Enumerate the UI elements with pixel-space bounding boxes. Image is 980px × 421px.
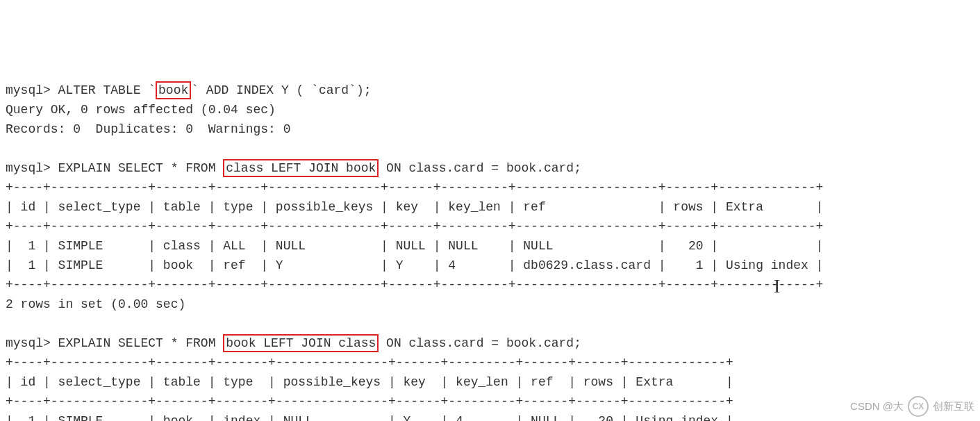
terminal-output: mysql> ALTER TABLE `book` ADD INDEX Y ( … <box>6 83 823 421</box>
explain2-post: ON class.card = book.card; <box>379 336 581 350</box>
tbl1-border-mid: +----+-------------+-------+------+-----… <box>6 220 823 233</box>
prompt: mysql> <box>6 336 51 350</box>
watermark-brand: 创新互联 <box>933 397 974 416</box>
highlight-class-join-book: class LEFT JOIN book <box>223 159 379 177</box>
tbl1-row2: | 1 | SIMPLE | book | ref | Y | Y | 4 | … <box>6 258 823 272</box>
tbl1-border-bot: +----+-------------+-------+------+-----… <box>6 278 823 292</box>
alter-pre: ALTER TABLE ` <box>51 83 156 97</box>
prompt: mysql> <box>6 83 51 97</box>
alter-result-1: Query OK, 0 rows affected (0.04 sec) <box>6 103 276 117</box>
tbl2-header: | id | select_type | table | type | poss… <box>6 375 733 389</box>
tbl1-border-top: +----+-------------+-------+------+-----… <box>6 181 823 195</box>
tbl2-row1: | 1 | SIMPLE | book | index | NULL | Y |… <box>6 414 733 421</box>
explain1-post: ON class.card = book.card; <box>379 161 581 175</box>
explain1-footer: 2 rows in set (0.00 sec) <box>6 297 185 311</box>
alter-result-2: Records: 0 Duplicates: 0 Warnings: 0 <box>6 122 290 136</box>
explain1-pre: EXPLAIN SELECT * FROM <box>51 161 223 175</box>
highlight-book: book <box>156 81 191 99</box>
tbl2-border-mid: +----+-------------+-------+-------+----… <box>6 395 733 408</box>
alter-post: ` ADD INDEX Y ( `card`); <box>191 83 371 97</box>
explain2-pre: EXPLAIN SELECT * FROM <box>51 336 223 350</box>
highlight-book-join-class: book LEFT JOIN class <box>223 334 379 352</box>
tbl2-border-top: +----+-------------+-------+-------+----… <box>6 356 733 370</box>
watermark-csdn: CSDN @大 <box>850 397 904 416</box>
watermark: CSDN @大 CX 创新互联 <box>850 396 974 417</box>
prompt: mysql> <box>6 161 51 175</box>
tbl1-row1: | 1 | SIMPLE | class | ALL | NULL | NULL… <box>6 239 823 253</box>
watermark-logo-icon: CX <box>908 396 929 417</box>
tbl1-header: | id | select_type | table | type | poss… <box>6 200 823 214</box>
